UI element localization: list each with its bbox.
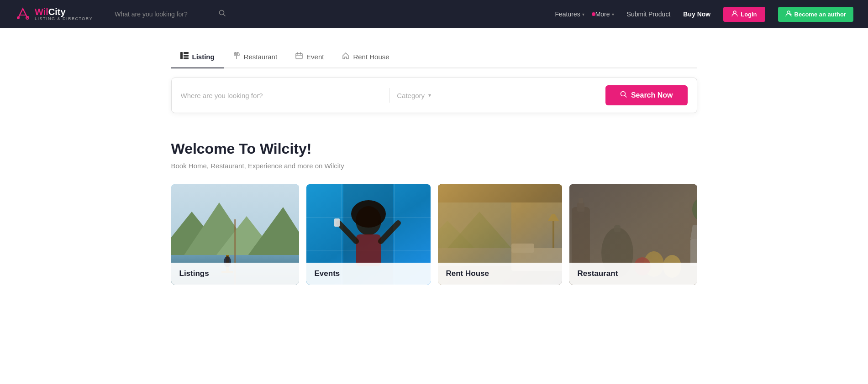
brand-name: WilCity	[35, 7, 93, 17]
card-events[interactable]: Events	[306, 184, 431, 285]
svg-rect-42	[572, 207, 590, 271]
search-category-dropdown[interactable]: Category ▾	[397, 92, 598, 99]
svg-rect-37	[511, 244, 534, 253]
nav-submit-product[interactable]: Submit Product	[627, 10, 671, 18]
svg-rect-30	[334, 218, 340, 227]
more-dot-indicator	[592, 12, 595, 16]
card-events-label: Events	[306, 263, 431, 285]
main-nav: Features ▾ More ▾ Submit Product Buy Now…	[555, 7, 853, 22]
svg-rect-50	[690, 239, 697, 266]
nav-buy-now[interactable]: Buy Now	[683, 10, 710, 18]
svg-rect-26	[356, 234, 381, 266]
become-author-button[interactable]: Become an author	[778, 7, 853, 22]
svg-rect-44	[579, 198, 583, 203]
search-now-button[interactable]: Search Now	[605, 85, 688, 105]
features-chevron-icon: ▾	[582, 12, 584, 17]
tab-listing[interactable]: Listing	[171, 47, 224, 68]
brand-text: WilCity LISTING & DIRECTORY	[35, 7, 93, 21]
login-button[interactable]: Login	[723, 7, 765, 22]
card-rent-house[interactable]: Rent House	[438, 184, 562, 285]
brand-tagline: LISTING & DIRECTORY	[35, 17, 93, 21]
svg-rect-5	[180, 52, 183, 59]
svg-point-4	[787, 11, 790, 14]
svg-rect-8	[184, 57, 189, 59]
svg-point-25	[356, 206, 381, 235]
card-listings-label: Listings	[171, 263, 299, 285]
svg-point-3	[733, 11, 736, 14]
navbar: WilCity LISTING & DIRECTORY Features ▾ M…	[0, 0, 868, 28]
svg-point-52	[692, 198, 697, 221]
tab-rent-house[interactable]: Rent House	[333, 47, 398, 68]
category-chevron-icon: ▾	[428, 92, 431, 99]
tab-restaurant[interactable]: Restaurant	[224, 47, 286, 68]
restaurant-tab-icon	[233, 52, 240, 61]
tab-event[interactable]: Event	[286, 47, 333, 68]
search-tabs: Listing Restaurant Event	[171, 47, 697, 68]
cards-grid: Listings	[171, 184, 697, 285]
svg-rect-38	[552, 221, 554, 248]
become-icon	[785, 10, 792, 18]
welcome-title: Welcome To Wilcity!	[171, 140, 697, 157]
search-box: Category ▾ Search Now	[171, 78, 697, 113]
svg-rect-43	[577, 202, 584, 212]
listing-tab-icon	[180, 52, 189, 61]
nav-features[interactable]: Features ▾	[555, 10, 584, 18]
search-now-icon	[620, 91, 627, 100]
svg-rect-33	[438, 202, 511, 266]
rent-house-tab-icon	[342, 52, 349, 61]
svg-rect-6	[184, 52, 189, 54]
card-restaurant[interactable]: Restaurant	[569, 184, 697, 285]
svg-marker-35	[447, 212, 511, 248]
svg-point-0	[17, 16, 20, 19]
svg-rect-46	[614, 225, 621, 232]
svg-marker-34	[438, 221, 475, 248]
brand-logo[interactable]: WilCity LISTING & DIRECTORY	[15, 5, 93, 24]
brand-icon	[15, 5, 31, 24]
navbar-search-icon[interactable]	[219, 10, 226, 19]
nav-more[interactable]: More ▾	[597, 10, 614, 18]
navbar-search-input[interactable]	[115, 10, 215, 18]
card-rent-house-label: Rent House	[438, 263, 562, 285]
svg-point-27	[351, 200, 386, 228]
navbar-search-container	[115, 10, 261, 19]
svg-rect-9	[296, 53, 302, 59]
svg-marker-39	[548, 214, 559, 221]
search-location-input[interactable]	[181, 92, 382, 99]
login-icon	[731, 10, 738, 18]
card-restaurant-label: Restaurant	[569, 263, 697, 285]
main-content: Listing Restaurant Event	[160, 28, 708, 285]
event-tab-icon	[295, 52, 303, 61]
svg-rect-7	[184, 55, 189, 57]
card-listings[interactable]: Listings	[171, 184, 299, 285]
welcome-subtitle: Book Home, Restaurant, Experience and mo…	[171, 162, 697, 170]
more-chevron-icon: ▾	[612, 12, 614, 17]
search-divider	[389, 88, 389, 103]
welcome-section: Welcome To Wilcity! Book Home, Restauran…	[171, 140, 697, 170]
